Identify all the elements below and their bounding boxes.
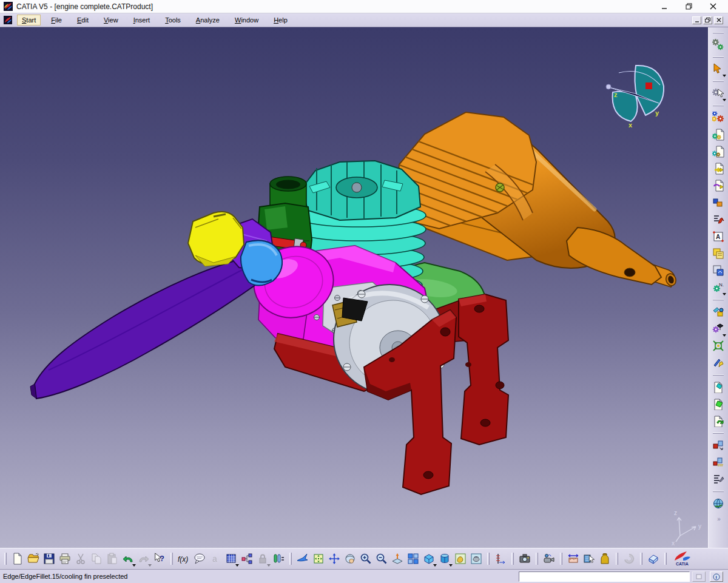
shading-with-material-icon[interactable]: [453, 551, 468, 567]
import-existing-icon[interactable]: [710, 379, 726, 395]
toolbar-handle[interactable]: [664, 553, 667, 565]
mdi-close-button[interactable]: [714, 16, 723, 24]
rotate-icon[interactable]: [342, 551, 358, 567]
pan-icon[interactable]: [326, 551, 342, 567]
toolbar-handle[interactable]: [713, 491, 724, 492]
muffler-screw[interactable]: [496, 183, 504, 192]
isometric-view-icon[interactable]: [421, 551, 437, 567]
export-data-icon[interactable]: [710, 161, 726, 177]
minimize-button[interactable]: [660, 3, 669, 10]
restore-button[interactable]: [684, 3, 693, 10]
save-icon[interactable]: [41, 551, 57, 567]
toolbar-handle[interactable]: [4, 553, 7, 565]
dropdown-caret[interactable]: [723, 334, 726, 337]
toolbar-handle[interactable]: [560, 553, 562, 565]
web-publish-icon[interactable]: [710, 496, 726, 511]
menu-window[interactable]: Window: [230, 15, 263, 25]
snap-icon[interactable]: [710, 338, 726, 354]
toolbar-handle[interactable]: [713, 299, 724, 300]
view-compass[interactable]: z y x: [601, 61, 679, 130]
part-cylinder-head[interactable]: [302, 161, 420, 220]
mdi-minimize-button[interactable]: [692, 16, 701, 24]
toolbar-handle[interactable]: [170, 553, 173, 565]
close-button[interactable]: [709, 3, 717, 10]
toolbar-handle[interactable]: [713, 433, 724, 434]
status-expand-button[interactable]: [692, 571, 706, 582]
toolbar-handle[interactable]: [640, 553, 642, 565]
paste-icon[interactable]: [104, 551, 120, 567]
mass-properties-icon[interactable]: [597, 551, 613, 567]
menu-edit[interactable]: Edit: [72, 15, 93, 25]
toolbar-handle[interactable]: [511, 553, 514, 565]
learning-assistant-icon[interactable]: [710, 321, 726, 337]
toolbar-handle[interactable]: [289, 553, 292, 565]
manipulate-icon[interactable]: [710, 437, 726, 453]
scene-frame-icon[interactable]: [710, 263, 726, 278]
measure-item-icon[interactable]: [581, 551, 597, 567]
part-drive-washer[interactable]: [241, 240, 282, 285]
redo-icon[interactable]: [136, 551, 152, 567]
normal-view-icon[interactable]: [389, 551, 405, 567]
menu-file[interactable]: File: [46, 15, 67, 25]
multi-view-icon[interactable]: [405, 551, 421, 567]
whats-this-icon[interactable]: ?: [152, 551, 167, 567]
export-data-alt-icon[interactable]: [710, 178, 726, 194]
comments-icon[interactable]: [192, 551, 207, 567]
menu-analyze[interactable]: Analyze: [191, 15, 224, 25]
graph-tree-reordering-icon[interactable]: [710, 471, 726, 487]
3d-viewport[interactable]: z y x z y x: [0, 27, 708, 548]
custom-view-icon[interactable]: [468, 551, 484, 567]
fly-mode-icon[interactable]: [295, 551, 311, 567]
toolbar-handle[interactable]: [713, 374, 724, 376]
generate-report-icon[interactable]: [710, 144, 726, 160]
selection-filter-icon[interactable]: [710, 86, 726, 101]
lock-icon[interactable]: [255, 551, 271, 567]
part-propeller-blade[interactable]: [30, 255, 264, 399]
compass-manipulation-handle[interactable]: [645, 83, 652, 89]
dropdown-caret[interactable]: [723, 75, 726, 77]
dropdown-caret[interactable]: [723, 293, 726, 295]
menu-view[interactable]: View: [99, 15, 123, 25]
frame-title-block-icon[interactable]: A: [710, 229, 726, 244]
toolbar-handle[interactable]: [713, 105, 724, 106]
bill-of-material-icon[interactable]: [710, 246, 726, 261]
import-with-positioning-icon[interactable]: [710, 396, 726, 412]
capture-icon[interactable]: [517, 551, 533, 567]
formula-icon[interactable]: f(x): [176, 551, 192, 567]
fit-all-in-icon[interactable]: [311, 551, 326, 567]
smart-move-icon[interactable]: [710, 355, 726, 371]
copy-icon[interactable]: [89, 551, 104, 567]
dropdown-caret[interactable]: [723, 99, 726, 101]
video-recorder-icon[interactable]: [541, 551, 557, 567]
part-spinner-nut[interactable]: [188, 212, 244, 266]
generate-specs-icon[interactable]: [710, 127, 726, 143]
doc-info-button[interactable]: i: [710, 571, 723, 582]
catalog-icon[interactable]: [710, 195, 726, 211]
print-icon[interactable]: [57, 551, 73, 567]
undo-icon[interactable]: [120, 551, 136, 567]
toolbar-handle[interactable]: [487, 553, 490, 565]
toolbar-handle[interactable]: [713, 56, 724, 58]
new-document-icon[interactable]: [10, 551, 25, 567]
toolbar-handle[interactable]: [536, 553, 538, 565]
toolbar-handle[interactable]: [713, 81, 724, 82]
design-table-icon[interactable]: [223, 551, 239, 567]
assembly-gears-icon[interactable]: [710, 110, 726, 126]
more-toolbars-chevron[interactable]: »: [717, 516, 720, 522]
workbench-tools-icon[interactable]: [710, 304, 726, 320]
menu-help[interactable]: Help: [269, 15, 292, 25]
annotations-icon[interactable]: a: [207, 551, 223, 567]
generate-numbering-icon[interactable]: N.: [710, 280, 726, 295]
relations-icon[interactable]: [239, 551, 255, 567]
menu-insert[interactable]: Insert: [129, 15, 155, 25]
part-muffler[interactable]: [388, 112, 678, 287]
toolbar-handle[interactable]: [713, 32, 724, 33]
equivalent-dimensions-icon[interactable]: [271, 551, 286, 567]
cut-icon[interactable]: [73, 551, 89, 567]
power-input-field[interactable]: [519, 571, 690, 582]
compass-free-end[interactable]: [606, 84, 611, 89]
measure-between-icon[interactable]: [565, 551, 581, 567]
eraser-3d-icon[interactable]: [645, 551, 661, 567]
menu-start[interactable]: Start: [17, 15, 41, 25]
select-icon[interactable]: [710, 61, 726, 77]
